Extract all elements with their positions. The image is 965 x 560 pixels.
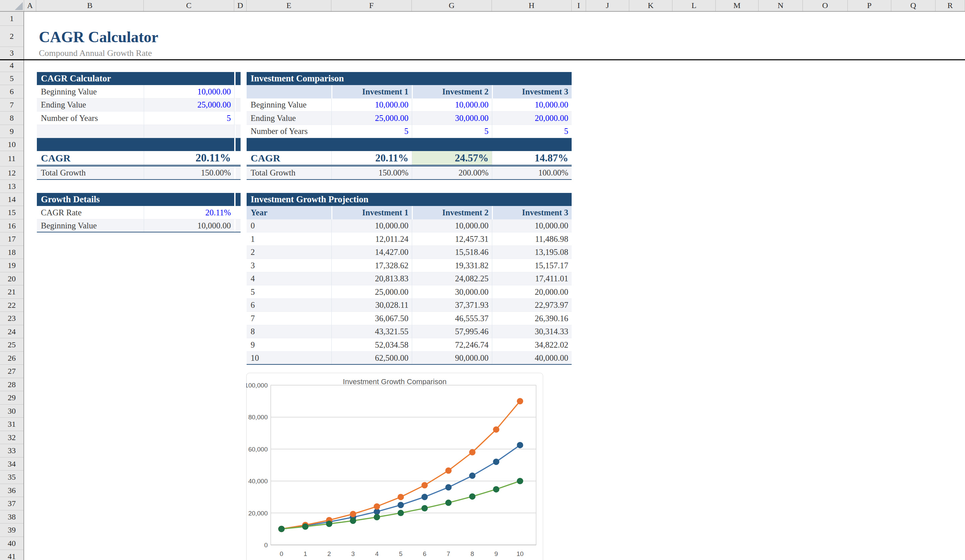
cell-year[interactable]: 3 bbox=[247, 259, 331, 272]
cell-year[interactable]: 10 bbox=[247, 352, 331, 364]
row-header-6[interactable]: 6 bbox=[0, 85, 23, 98]
cell-value[interactable]: 30,000.00 bbox=[412, 111, 492, 125]
row-header-29[interactable]: 29 bbox=[0, 391, 23, 405]
column-header-B[interactable]: B bbox=[36, 0, 144, 11]
total-growth-value[interactable]: 100.00% bbox=[492, 167, 572, 179]
row-header-36[interactable]: 36 bbox=[0, 484, 23, 497]
row-header-20[interactable]: 20 bbox=[0, 272, 23, 286]
column-header-M[interactable]: M bbox=[716, 0, 759, 11]
row-header-3[interactable]: 3 bbox=[0, 47, 23, 59]
cell-year[interactable]: 6 bbox=[247, 299, 331, 312]
row-header-23[interactable]: 23 bbox=[0, 312, 23, 325]
row-header-24[interactable]: 24 bbox=[0, 325, 23, 338]
column-header-I[interactable]: I bbox=[572, 0, 586, 11]
cagr-value[interactable]: 20.11% bbox=[331, 151, 412, 165]
cell-label[interactable]: Beginning Value bbox=[37, 219, 144, 232]
cell-label[interactable]: Number of Years bbox=[247, 125, 331, 138]
cell-value[interactable]: 90,000.00 bbox=[412, 352, 492, 364]
column-header-J[interactable]: J bbox=[586, 0, 629, 11]
cell-value[interactable]: 24,082.25 bbox=[412, 272, 492, 285]
total-growth-value[interactable]: 200.00% bbox=[412, 167, 492, 179]
cell-year[interactable]: 9 bbox=[247, 338, 331, 351]
cell-sliver[interactable] bbox=[236, 85, 240, 98]
column-header-D[interactable]: D bbox=[234, 0, 247, 11]
calculator-title[interactable]: CAGR Calculator bbox=[37, 72, 234, 85]
cell-value[interactable]: 5 bbox=[331, 125, 412, 138]
row-header-21[interactable]: 21 bbox=[0, 286, 23, 299]
cell-year[interactable]: 1 bbox=[247, 232, 331, 245]
cell-label[interactable]: Ending Value bbox=[37, 98, 144, 111]
row-header-25[interactable]: 25 bbox=[0, 338, 23, 352]
projection-title[interactable]: Investment Growth Projection bbox=[247, 193, 572, 206]
row-header-10[interactable]: 10 bbox=[0, 138, 23, 151]
cell-value[interactable]: 5 bbox=[412, 125, 492, 138]
cagr-label[interactable]: CAGR bbox=[247, 151, 331, 165]
page-subtitle[interactable]: Compound Annual Growth Rate bbox=[39, 48, 152, 58]
total-growth-label[interactable]: Total Growth bbox=[247, 167, 331, 179]
column-header-3[interactable]: Investment 3 bbox=[492, 85, 572, 98]
row-header-27[interactable]: 27 bbox=[0, 365, 23, 378]
comparison-title[interactable]: Investment Comparison bbox=[247, 72, 572, 85]
cell-label[interactable]: Number of Years bbox=[37, 111, 144, 125]
cell-value[interactable]: 30,000.00 bbox=[412, 286, 492, 299]
cell-sliver[interactable] bbox=[236, 138, 240, 151]
cagr-value[interactable]: 24.57% bbox=[412, 151, 492, 165]
cell-value[interactable]: 22,973.97 bbox=[492, 299, 572, 312]
cell-sliver[interactable] bbox=[236, 125, 240, 138]
cell-year[interactable]: 4 bbox=[247, 272, 331, 285]
cell-value[interactable]: 62,500.00 bbox=[331, 352, 412, 364]
column-header-1[interactable]: Investment 1 bbox=[331, 85, 412, 98]
cagr-value[interactable]: 14.87% bbox=[492, 151, 572, 165]
row-header-2[interactable]: 2 bbox=[0, 26, 23, 47]
row-header-28[interactable]: 28 bbox=[0, 378, 23, 391]
column-header-H[interactable]: H bbox=[492, 0, 572, 11]
column-header-E[interactable]: E bbox=[247, 0, 331, 11]
cell-value[interactable]: 25,000.00 bbox=[331, 111, 412, 125]
cell-sliver[interactable] bbox=[236, 219, 240, 232]
row-header-12[interactable]: 12 bbox=[0, 167, 23, 180]
row-header-32[interactable]: 32 bbox=[0, 431, 23, 444]
column-header-A[interactable]: A bbox=[24, 0, 36, 11]
row-header-38[interactable]: 38 bbox=[0, 511, 23, 524]
cell-value[interactable] bbox=[144, 125, 234, 138]
cell-value[interactable]: 37,371.93 bbox=[412, 299, 492, 312]
cell-value[interactable]: 20,813.83 bbox=[331, 272, 412, 285]
band-cell[interactable] bbox=[247, 138, 572, 151]
row-header-34[interactable]: 34 bbox=[0, 457, 23, 470]
column-header-Q[interactable]: Q bbox=[891, 0, 936, 11]
column-header-2[interactable]: Investment 2 bbox=[412, 85, 492, 98]
cell-value[interactable]: 25,000.00 bbox=[331, 286, 412, 299]
cell-value[interactable]: 20,000.00 bbox=[492, 111, 572, 125]
cell-value[interactable]: 10,000.00 bbox=[331, 98, 412, 111]
column-header-G[interactable]: G bbox=[412, 0, 492, 11]
cell-value[interactable]: 17,328.62 bbox=[331, 259, 412, 272]
row-header-40[interactable]: 40 bbox=[0, 537, 23, 550]
row-header-17[interactable]: 17 bbox=[0, 232, 23, 246]
cell-value[interactable]: 13,195.08 bbox=[492, 246, 572, 259]
cell-year[interactable]: 8 bbox=[247, 325, 331, 338]
cell-sliver[interactable] bbox=[236, 98, 240, 111]
column-header-2[interactable]: Investment 2 bbox=[412, 206, 492, 219]
investment-growth-chart[interactable]: Investment Growth Comparison020,00040,00… bbox=[246, 373, 543, 560]
cell-value[interactable]: 10,000.00 bbox=[144, 219, 234, 232]
cell-value[interactable]: 10,000.00 bbox=[144, 85, 234, 98]
cell-value[interactable]: 10,000.00 bbox=[331, 219, 412, 232]
cell-value[interactable]: 36,067.50 bbox=[331, 312, 412, 325]
cell-value[interactable]: 25,000.00 bbox=[144, 98, 234, 111]
cell-value[interactable]: 26,390.16 bbox=[492, 312, 572, 325]
row-header-26[interactable]: 26 bbox=[0, 352, 23, 365]
cell-value[interactable]: 30,028.11 bbox=[331, 299, 412, 312]
row-header-16[interactable]: 16 bbox=[0, 219, 23, 232]
cell-value[interactable]: 40,000.00 bbox=[492, 352, 572, 364]
column-header-1[interactable]: Investment 1 bbox=[331, 206, 412, 219]
column-header-L[interactable]: L bbox=[672, 0, 716, 11]
cell-value[interactable]: 15,157.17 bbox=[492, 259, 572, 272]
column-header-blank[interactable] bbox=[247, 85, 331, 98]
column-header-K[interactable]: K bbox=[629, 0, 672, 11]
row-header-31[interactable]: 31 bbox=[0, 418, 23, 431]
row-header-35[interactable]: 35 bbox=[0, 470, 23, 484]
cell-value[interactable]: 15,518.46 bbox=[412, 246, 492, 259]
growth-details-title[interactable]: Growth Details bbox=[37, 193, 234, 206]
cell-sliver[interactable] bbox=[236, 206, 240, 219]
cell-value[interactable]: 5 bbox=[492, 125, 572, 138]
